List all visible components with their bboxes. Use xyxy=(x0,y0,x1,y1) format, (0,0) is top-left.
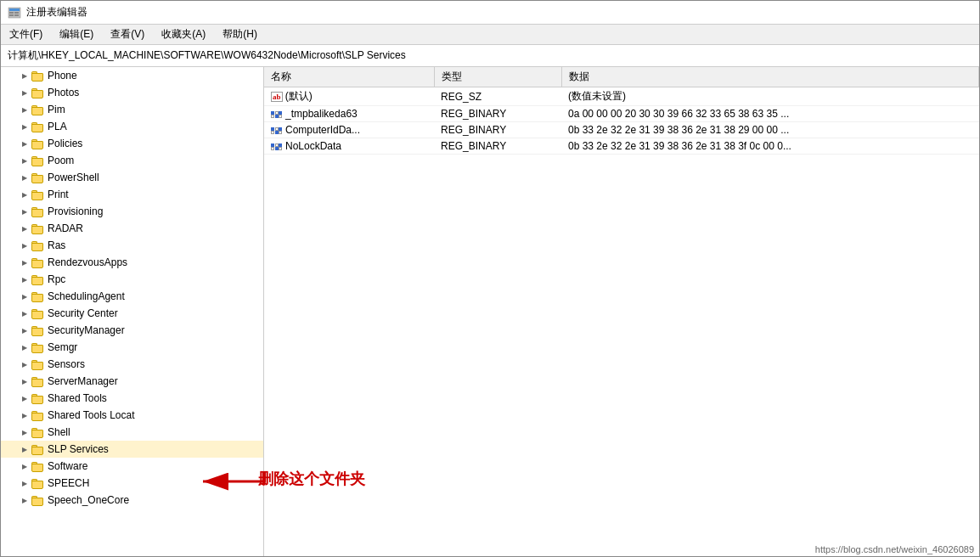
tree-arrow xyxy=(18,106,31,114)
tree-item-label: Shell xyxy=(48,426,70,438)
svg-rect-3 xyxy=(9,14,14,16)
menu-file[interactable]: 文件(F) xyxy=(4,25,48,43)
tree-item[interactable]: RendezvousApps xyxy=(1,254,263,271)
app-container: 注册表编辑器 文件(F) 编辑(E) 查看(V) 收藏夹(A) 帮助(H) 计算… xyxy=(0,0,980,557)
reg-type: REG_BINARY xyxy=(434,106,561,122)
tree-item[interactable]: PowerShell xyxy=(1,169,263,186)
folder-icon xyxy=(31,324,45,336)
tree-item-label: RendezvousApps xyxy=(48,256,127,268)
tree-item-label: Sensors xyxy=(48,358,85,370)
table-row[interactable]: NoLockDataREG_BINARY0b 33 2e 32 2e 31 39… xyxy=(264,138,979,155)
folder-icon xyxy=(31,375,45,387)
folder-icon xyxy=(31,70,45,82)
tree-item[interactable]: Photos xyxy=(1,84,263,101)
status-bar: https://blog.csdn.net/weixin_46026089 xyxy=(810,543,979,556)
tree-item-label: PLA xyxy=(48,121,67,132)
tree-arrow xyxy=(18,191,31,199)
tree-arrow xyxy=(18,497,31,504)
tree-item[interactable]: SecurityManager xyxy=(1,322,263,339)
tree-item[interactable]: Ras xyxy=(1,237,263,254)
menu-view[interactable]: 查看(V) xyxy=(105,25,149,43)
reg-name: ab (默认) xyxy=(264,87,434,106)
folder-icon xyxy=(31,460,45,472)
tree-arrow xyxy=(18,157,31,165)
tree-item[interactable]: ServerManager xyxy=(1,373,263,390)
tree-item-label: Shared Tools xyxy=(48,392,107,404)
tree-item[interactable]: Shared Tools Locat xyxy=(1,407,263,424)
svg-rect-5 xyxy=(14,14,19,16)
tree-item-label: Security Center xyxy=(48,307,118,319)
tree-item[interactable]: Policies xyxy=(1,135,263,152)
folder-icon xyxy=(31,443,45,455)
col-name[interactable]: 名称 xyxy=(264,67,434,87)
tree-arrow xyxy=(18,395,31,402)
tree-item[interactable]: SchedulingAgent xyxy=(1,288,263,305)
tree-item[interactable]: Shell xyxy=(1,424,263,441)
table-row[interactable]: ab (默认)REG_SZ(数值未设置) xyxy=(264,87,979,106)
menu-edit[interactable]: 编辑(E) xyxy=(54,25,99,43)
reg-type-icon xyxy=(271,124,285,136)
folder-icon xyxy=(31,392,45,404)
folder-icon xyxy=(31,426,45,438)
folder-icon xyxy=(31,222,45,234)
tree-item-label: SchedulingAgent xyxy=(48,290,125,302)
folder-icon xyxy=(31,138,45,149)
reg-name-text: ComputerIdDa... xyxy=(285,124,360,136)
reg-type: REG_BINARY xyxy=(434,138,561,155)
folder-icon xyxy=(31,358,45,370)
tree-item[interactable]: SLP Services xyxy=(1,441,263,458)
tree-item[interactable]: RADAR xyxy=(1,220,263,237)
tree-arrow xyxy=(18,89,31,97)
reg-name-text: _tmpbalikeda63 xyxy=(285,108,358,120)
menu-help[interactable]: 帮助(H) xyxy=(217,25,262,43)
tree-item[interactable]: Phone xyxy=(1,67,263,84)
reg-name: ComputerIdDa... xyxy=(264,122,434,138)
tree-item-label: RADAR xyxy=(48,222,83,234)
address-path: 计算机\HKEY_LOCAL_MACHINE\SOFTWARE\WOW6432N… xyxy=(8,48,406,63)
window-title: 注册表编辑器 xyxy=(26,5,87,20)
tree-item-label: Print xyxy=(48,188,69,200)
tree-item-label: Policies xyxy=(48,138,82,149)
tree-item[interactable]: Sensors xyxy=(1,356,263,373)
tree-item[interactable]: Pim xyxy=(1,101,263,118)
tree-item[interactable]: Speech_OneCore xyxy=(1,492,263,509)
tree-item[interactable]: Semgr xyxy=(1,339,263,356)
tree-item[interactable]: Security Center xyxy=(1,305,263,322)
reg-type: REG_BINARY xyxy=(434,122,561,138)
tree-arrow xyxy=(18,327,31,335)
table-row[interactable]: _tmpbalikeda63REG_BINARY0a 00 00 00 20 3… xyxy=(264,106,979,122)
tree-item[interactable]: PLA xyxy=(1,118,263,135)
col-type[interactable]: 类型 xyxy=(434,67,561,87)
tree-item[interactable]: Poom xyxy=(1,152,263,169)
address-bar: 计算机\HKEY_LOCAL_MACHINE\SOFTWARE\WOW6432N… xyxy=(1,45,979,67)
tree-item[interactable]: Provisioning xyxy=(1,203,263,220)
folder-icon xyxy=(31,273,45,285)
tree-item[interactable]: Rpc xyxy=(1,271,263,288)
tree-arrow xyxy=(18,429,31,436)
folder-icon xyxy=(31,409,45,421)
tree-panel[interactable]: PhonePhotosPimPLAPoliciesPoomPowerShellP… xyxy=(1,67,264,557)
menu-favorites[interactable]: 收藏夹(A) xyxy=(156,25,211,43)
tree-arrow xyxy=(18,344,31,352)
tree-arrow xyxy=(18,378,31,385)
main-area: PhonePhotosPimPLAPoliciesPoomPowerShellP… xyxy=(1,67,979,557)
tree-item[interactable]: Software xyxy=(1,458,263,475)
tree-item-label: Pim xyxy=(48,104,65,115)
reg-name-text: (默认) xyxy=(285,90,313,102)
reg-data: 0b 33 2e 32 2e 31 39 38 36 2e 31 38 3f 0… xyxy=(561,138,979,155)
tree-item[interactable]: Print xyxy=(1,186,263,203)
tree-item[interactable]: SPEECH xyxy=(1,475,263,492)
tree-arrow xyxy=(18,208,31,216)
tree-item-label: Shared Tools Locat xyxy=(48,409,135,421)
tree-item[interactable]: Shared Tools xyxy=(1,390,263,407)
tree-item-label: PowerShell xyxy=(48,172,99,183)
reg-type-icon xyxy=(271,108,285,120)
tree-arrow xyxy=(18,293,31,301)
table-row[interactable]: ComputerIdDa...REG_BINARY0b 33 2e 32 2e … xyxy=(264,122,979,138)
folder-icon xyxy=(31,104,45,115)
folder-icon xyxy=(31,188,45,200)
svg-rect-1 xyxy=(9,8,20,11)
col-data[interactable]: 数据 xyxy=(561,67,979,87)
tree-arrow xyxy=(18,310,31,318)
right-panel: 名称 类型 数据 ab (默认)REG_SZ(数值未设置)_tmpbaliked… xyxy=(264,67,979,557)
